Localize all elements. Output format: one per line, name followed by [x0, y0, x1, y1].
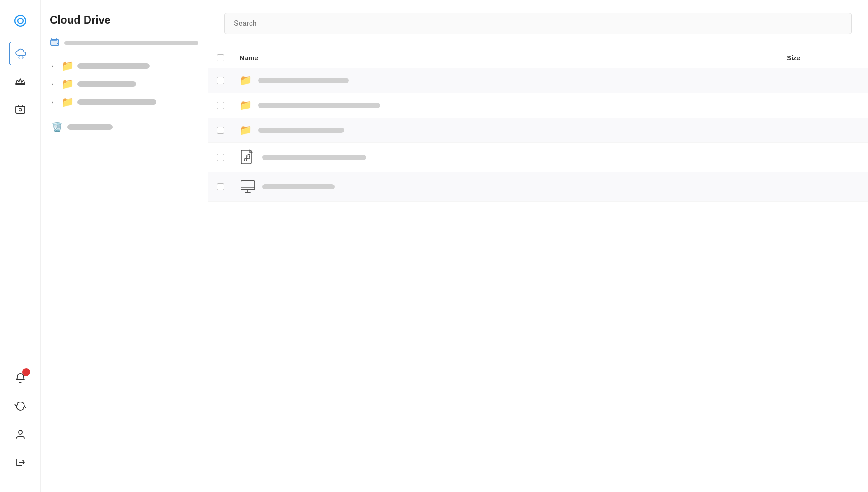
col-size-header: Size — [787, 54, 859, 62]
table-row[interactable] — [208, 143, 868, 172]
svg-rect-3 — [16, 106, 25, 113]
user-icon[interactable] — [9, 422, 32, 446]
app-logo[interactable] — [9, 9, 32, 33]
sync-icon[interactable] — [9, 394, 32, 418]
svg-point-9 — [57, 43, 58, 44]
svg-point-13 — [247, 156, 250, 159]
svg-point-7 — [19, 430, 22, 434]
tree-item-1[interactable]: › 📁 — [50, 58, 198, 74]
cloud-sync-icon[interactable] — [9, 42, 32, 65]
table-row[interactable]: 📁 — [208, 93, 868, 118]
file-name — [258, 128, 344, 133]
tree-item-2[interactable]: › 📁 — [50, 76, 198, 92]
trash-icon: 🗑️ — [52, 122, 63, 132]
chevron-icon: › — [52, 81, 58, 87]
app-title: Cloud Drive — [50, 14, 198, 26]
storage-indicator — [50, 37, 198, 49]
chevron-icon: › — [52, 99, 58, 105]
folder-icon: 📁 — [61, 96, 74, 108]
svg-point-4 — [19, 109, 22, 111]
row-checkbox[interactable] — [217, 127, 224, 134]
chevron-icon: › — [52, 63, 58, 69]
tree-item-label — [77, 63, 150, 69]
table-row[interactable]: 📁 — [208, 68, 868, 93]
main-content: Name Size 📁 📁 — [208, 0, 868, 492]
notification-badge — [22, 368, 30, 376]
folder-icon: 📁 — [240, 124, 252, 136]
notification-icon[interactable] — [9, 366, 32, 390]
drive-icon — [50, 37, 60, 49]
storage-bar — [64, 41, 198, 45]
folder-icon: 📁 — [61, 60, 74, 72]
logout-icon[interactable] — [9, 450, 32, 474]
col-name-header: Name — [240, 54, 787, 62]
folder-icon: 📁 — [240, 99, 252, 111]
monitor-icon — [240, 179, 256, 195]
trash-item[interactable]: 🗑️ — [50, 119, 198, 135]
tree-item-3[interactable]: › 📁 — [50, 94, 198, 110]
search-input[interactable] — [224, 13, 852, 34]
svg-point-0 — [15, 15, 26, 26]
select-all-checkbox[interactable] — [217, 54, 224, 62]
file-name — [258, 103, 380, 108]
row-checkbox[interactable] — [217, 102, 224, 109]
table-header: Name Size — [208, 47, 868, 68]
trash-label — [67, 124, 113, 130]
file-name — [262, 155, 366, 160]
tree-item-label — [77, 81, 136, 87]
svg-rect-14 — [241, 181, 255, 190]
icon-bar — [0, 0, 41, 492]
search-bar — [208, 0, 868, 47]
row-checkbox[interactable] — [217, 183, 224, 190]
folder-icon: 📁 — [61, 78, 74, 90]
music-file-icon — [240, 149, 256, 166]
row-checkbox[interactable] — [217, 77, 224, 84]
crown-icon[interactable] — [9, 70, 32, 93]
file-tree: › 📁 › 📁 › 📁 — [50, 58, 198, 110]
safe-icon[interactable] — [9, 98, 32, 121]
tree-item-label — [77, 99, 156, 105]
row-checkbox[interactable] — [217, 154, 224, 161]
table-row[interactable] — [208, 172, 868, 202]
svg-point-12 — [244, 158, 247, 161]
folder-icon: 📁 — [240, 75, 252, 86]
file-table: Name Size 📁 📁 — [208, 47, 868, 492]
table-row[interactable]: 📁 — [208, 118, 868, 143]
svg-point-1 — [18, 18, 23, 24]
file-name — [258, 78, 349, 83]
sidebar: Cloud Drive › 📁 › 📁 › 📁 — [41, 0, 208, 492]
file-name — [262, 184, 335, 189]
